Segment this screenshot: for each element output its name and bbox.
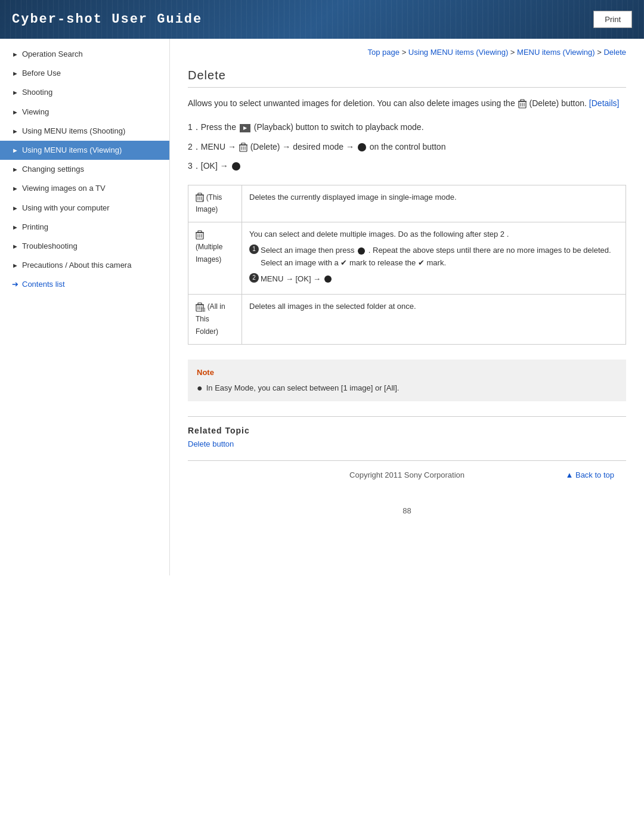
sidebar-item-label: Precautions / About this camera (22, 260, 132, 271)
table-icon-label-multiple: (MultipleImages) (196, 243, 222, 264)
trash-icon-inline (518, 99, 527, 109)
sidebar-item-shooting[interactable]: ► Shooting (0, 83, 169, 102)
table-row: ₀ (ThisImage) Deletes the currently disp… (188, 185, 626, 222)
step-1-text: (Playback) button to switch to playback … (254, 122, 424, 132)
page-footer: Copyright 2011 Sony Corporation Back to … (188, 460, 626, 488)
contents-list-link[interactable]: ➔ Contents list (0, 275, 169, 293)
table-cell-desc-this: Deletes the currently displayed image in… (242, 185, 626, 222)
breadcrumb-top[interactable]: Top page (368, 48, 400, 57)
sidebar-item-menu-viewing[interactable]: ► Using MENU items (Viewing) (0, 141, 169, 160)
related-topic-title: Related Topic (188, 426, 626, 435)
chevron-icon: ► (12, 50, 18, 59)
circle-icon-step2 (358, 143, 366, 151)
chevron-icon: ► (12, 127, 18, 136)
sidebar-item-label: Viewing (22, 107, 49, 117)
chevron-icon: ► (12, 261, 18, 270)
note-item: ● In Easy Mode, you can select between [… (197, 382, 617, 395)
chevron-icon: ► (12, 223, 18, 232)
sidebar-item-changing-settings[interactable]: ► Changing settings (0, 160, 169, 179)
sidebar-item-menu-shooting[interactable]: ► Using MENU items (Shooting) (0, 122, 169, 141)
site-title: Cyber-shot User Guide (12, 12, 202, 27)
print-button[interactable]: Print (593, 11, 632, 28)
description: Allows you to select unwanted images for… (188, 97, 626, 110)
note-box: Note ● In Easy Mode, you can select betw… (188, 360, 626, 402)
trash-icon-step2 (239, 143, 247, 152)
step-3: 3．[OK] → (188, 159, 626, 172)
breadcrumb-sep2: > (510, 48, 517, 57)
breadcrumb-sep3: > (597, 48, 603, 57)
trash-icon-multiple (196, 230, 204, 240)
table-cell-desc-all: Deletes all images in the selected folde… (242, 295, 626, 344)
page-header: Cyber-shot User Guide Print (0, 0, 644, 39)
main-layout: ► Operation Search ► Before Use ► Shooti… (0, 39, 644, 575)
sidebar-item-label: Operation Search (22, 49, 83, 60)
chevron-icon: ► (12, 146, 18, 155)
chevron-icon: ► (12, 184, 18, 193)
table-cell-icon-all: (All inThisFolder) (188, 295, 242, 344)
step-2-text3: on the control button (370, 142, 446, 151)
content-area: Top page > Using MENU items (Viewing) > … (170, 39, 644, 575)
multiple-step-1: 1 Select an image then press . Repeat th… (249, 244, 618, 270)
step-1: 1．Press the ▶ (Playback) button to switc… (188, 120, 626, 134)
sidebar-item-before-use[interactable]: ► Before Use (0, 64, 169, 83)
related-topic-section: Related Topic Delete button (188, 416, 626, 448)
sidebar-item-label: Shooting (22, 87, 52, 98)
breadcrumb-delete[interactable]: Delete (603, 48, 626, 57)
breadcrumb: Top page > Using MENU items (Viewing) > … (188, 48, 626, 57)
back-to-top-container: Back to top (476, 470, 614, 479)
chevron-icon: ► (12, 88, 18, 97)
sidebar-item-operation-search[interactable]: ► Operation Search (0, 45, 169, 64)
svg-text:₀: ₀ (202, 198, 204, 202)
circle-num-1: 1 (249, 244, 259, 254)
breadcrumb-menu-viewing[interactable]: Using MENU items (Viewing) (408, 48, 508, 57)
sidebar-item-printing[interactable]: ► Printing (0, 218, 169, 237)
step-2: 2．MENU → (Delete) → desired mode → on th… (188, 140, 626, 153)
table-cell-icon: ₀ (ThisImage) (188, 185, 242, 222)
circle-icon-2 (324, 275, 332, 283)
note-title: Note (197, 367, 617, 379)
sidebar-item-label: Using MENU items (Viewing) (22, 145, 122, 156)
contents-list-label: Contents list (22, 280, 65, 289)
sidebar-item-precautions[interactable]: ► Precautions / About this camera (0, 256, 169, 275)
chevron-icon: ► (12, 108, 18, 117)
details-link[interactable]: [Details] (589, 98, 620, 108)
sidebar-item-viewing[interactable]: ► Viewing (0, 103, 169, 122)
page-title: Delete (188, 69, 626, 88)
steps-list: 1．Press the ▶ (Playback) button to switc… (188, 120, 626, 172)
back-to-top-link[interactable]: Back to top (565, 470, 614, 479)
table-row: (All inThisFolder) Deletes all images in… (188, 295, 626, 344)
step-1-num: 1．Press the (188, 122, 239, 132)
multiple-desc-line1: You can select and delete multiple image… (249, 228, 618, 241)
arrow-right-icon: ➔ (12, 280, 18, 289)
sidebar-item-label: Using MENU items (Shooting) (22, 126, 125, 137)
description-text: Allows you to select unwanted images for… (188, 98, 518, 108)
sidebar-item-computer[interactable]: ► Using with your computer (0, 199, 169, 218)
sidebar-item-troubleshooting[interactable]: ► Troubleshooting (0, 237, 169, 256)
sidebar-item-viewing-tv[interactable]: ► Viewing images on a TV (0, 179, 169, 198)
table-cell-desc-multiple: You can select and delete multiple image… (242, 222, 626, 295)
sidebar-item-label: Using with your computer (22, 203, 110, 213)
sidebar-item-label: Printing (22, 222, 48, 233)
sidebar-item-label: Before Use (22, 68, 61, 79)
table-row: (MultipleImages) You can select and dele… (188, 222, 626, 295)
table-cell-icon-multiple: (MultipleImages) (188, 222, 242, 295)
sidebar: ► Operation Search ► Before Use ► Shooti… (0, 39, 170, 575)
breadcrumb-menu-items[interactable]: MENU items (Viewing) (517, 48, 595, 57)
multiple-step-2: 2 MENU → [OK] → (249, 273, 618, 286)
breadcrumb-sep: > (402, 48, 408, 57)
trash-icon-this: ₀ (196, 193, 204, 202)
description-text2: (Delete) button. (529, 98, 589, 108)
delete-modes-table: ₀ (ThisImage) Deletes the currently disp… (188, 185, 626, 345)
chevron-icon: ► (12, 204, 18, 213)
sidebar-item-label: Troubleshooting (22, 241, 78, 252)
related-topic-delete-button[interactable]: Delete button (188, 439, 234, 448)
sidebar-item-label: Changing settings (22, 164, 84, 175)
copyright-text: Copyright 2011 Sony Corporation (338, 470, 476, 479)
note-text: In Easy Mode, you can select between [1 … (206, 382, 400, 395)
sidebar-item-label: Viewing images on a TV (22, 183, 106, 194)
chevron-icon: ► (12, 69, 18, 78)
multiple-step-1-text: Select an image then press . Repeat the … (261, 244, 618, 270)
chevron-icon: ► (12, 242, 18, 251)
chevron-icon: ► (12, 165, 18, 174)
circle-icon-step3 (232, 162, 240, 171)
